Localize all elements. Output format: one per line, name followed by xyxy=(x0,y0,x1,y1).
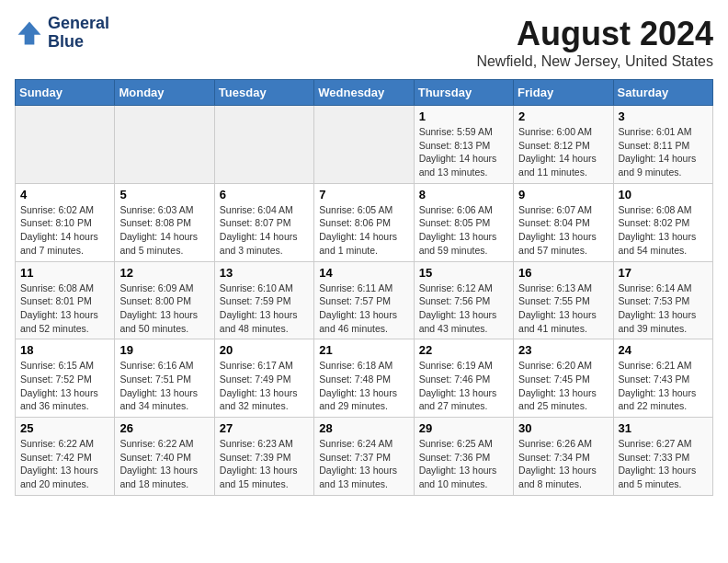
day-info: Sunrise: 6:07 AM Sunset: 8:04 PM Dayligh… xyxy=(518,203,608,258)
calendar-day-header: Thursday xyxy=(414,80,513,106)
day-number: 23 xyxy=(518,343,608,357)
day-number: 22 xyxy=(419,343,508,357)
day-info: Sunrise: 6:08 AM Sunset: 8:01 PM Dayligh… xyxy=(20,282,109,336)
calendar-header-row: SundayMondayTuesdayWednesdayThursdayFrid… xyxy=(16,80,713,106)
day-info: Sunrise: 6:23 AM Sunset: 7:39 PM Dayligh… xyxy=(220,437,309,491)
calendar-day-cell: 6Sunrise: 6:04 AM Sunset: 8:07 PM Daylig… xyxy=(214,183,313,261)
calendar-day-header: Tuesday xyxy=(214,80,313,106)
day-info: Sunrise: 6:11 AM Sunset: 7:57 PM Dayligh… xyxy=(319,282,408,336)
calendar-week-row: 25Sunrise: 6:22 AM Sunset: 7:42 PM Dayli… xyxy=(16,418,713,496)
calendar-day-cell: 18Sunrise: 6:15 AM Sunset: 7:52 PM Dayli… xyxy=(16,339,115,418)
day-number: 13 xyxy=(220,266,309,280)
calendar-week-row: 18Sunrise: 6:15 AM Sunset: 7:52 PM Dayli… xyxy=(16,339,713,418)
day-number: 14 xyxy=(319,266,408,280)
day-info: Sunrise: 6:19 AM Sunset: 7:46 PM Dayligh… xyxy=(419,359,508,413)
calendar-day-cell: 22Sunrise: 6:19 AM Sunset: 7:46 PM Dayli… xyxy=(414,339,513,418)
day-number: 4 xyxy=(20,188,109,201)
calendar-day-cell xyxy=(115,106,214,184)
day-info: Sunrise: 5:59 AM Sunset: 8:13 PM Dayligh… xyxy=(419,125,508,179)
day-info: Sunrise: 6:10 AM Sunset: 7:59 PM Dayligh… xyxy=(220,282,309,336)
day-info: Sunrise: 6:20 AM Sunset: 7:45 PM Dayligh… xyxy=(518,359,608,413)
day-number: 28 xyxy=(319,421,408,435)
calendar-day-cell: 30Sunrise: 6:26 AM Sunset: 7:34 PM Dayli… xyxy=(514,418,613,496)
calendar-day-cell: 31Sunrise: 6:27 AM Sunset: 7:33 PM Dayli… xyxy=(613,418,712,496)
calendar-day-cell: 29Sunrise: 6:25 AM Sunset: 7:36 PM Dayli… xyxy=(414,418,513,496)
day-number: 21 xyxy=(319,343,408,357)
calendar-day-cell: 13Sunrise: 6:10 AM Sunset: 7:59 PM Dayli… xyxy=(214,261,313,339)
calendar-day-header: Saturday xyxy=(613,80,712,106)
calendar-day-header: Sunday xyxy=(16,80,115,106)
day-info: Sunrise: 6:03 AM Sunset: 8:08 PM Dayligh… xyxy=(119,203,209,258)
day-info: Sunrise: 6:09 AM Sunset: 8:00 PM Dayligh… xyxy=(119,282,209,336)
page-title: August 2024 xyxy=(476,15,713,53)
day-number: 15 xyxy=(419,266,508,280)
day-number: 24 xyxy=(619,343,708,357)
day-info: Sunrise: 6:22 AM Sunset: 7:40 PM Dayligh… xyxy=(119,437,209,491)
day-number: 26 xyxy=(119,421,209,435)
day-info: Sunrise: 6:13 AM Sunset: 7:55 PM Dayligh… xyxy=(518,282,608,336)
title-area: August 2024 Newfield, New Jersey, United… xyxy=(476,15,713,70)
calendar-day-cell: 5Sunrise: 6:03 AM Sunset: 8:08 PM Daylig… xyxy=(115,183,214,261)
calendar-day-cell: 16Sunrise: 6:13 AM Sunset: 7:55 PM Dayli… xyxy=(514,261,613,339)
day-info: Sunrise: 6:02 AM Sunset: 8:10 PM Dayligh… xyxy=(20,203,109,258)
calendar-day-cell xyxy=(314,106,414,184)
day-number: 3 xyxy=(619,109,708,123)
calendar-day-cell: 15Sunrise: 6:12 AM Sunset: 7:56 PM Dayli… xyxy=(414,261,513,339)
calendar-day-cell: 10Sunrise: 6:08 AM Sunset: 8:02 PM Dayli… xyxy=(613,183,712,261)
calendar-day-header: Wednesday xyxy=(314,80,414,106)
day-info: Sunrise: 6:18 AM Sunset: 7:48 PM Dayligh… xyxy=(319,359,408,413)
page-subtitle: Newfield, New Jersey, United States xyxy=(476,53,713,70)
calendar-day-cell: 23Sunrise: 6:20 AM Sunset: 7:45 PM Dayli… xyxy=(514,339,613,418)
calendar-week-row: 11Sunrise: 6:08 AM Sunset: 8:01 PM Dayli… xyxy=(16,261,713,339)
day-info: Sunrise: 6:01 AM Sunset: 8:11 PM Dayligh… xyxy=(619,125,708,179)
day-number: 25 xyxy=(20,421,109,435)
calendar-table: SundayMondayTuesdayWednesdayThursdayFrid… xyxy=(15,79,713,496)
day-number: 2 xyxy=(518,109,608,123)
page-header: General Blue August 2024 Newfield, New J… xyxy=(15,15,713,70)
day-number: 18 xyxy=(20,343,109,357)
logo: General Blue xyxy=(15,15,109,52)
day-info: Sunrise: 6:00 AM Sunset: 8:12 PM Dayligh… xyxy=(518,125,608,179)
day-info: Sunrise: 6:05 AM Sunset: 8:06 PM Dayligh… xyxy=(319,203,408,258)
day-number: 10 xyxy=(619,188,708,201)
calendar-day-cell: 19Sunrise: 6:16 AM Sunset: 7:51 PM Dayli… xyxy=(115,339,214,418)
day-number: 6 xyxy=(220,188,309,201)
day-number: 7 xyxy=(319,188,408,201)
calendar-day-cell: 25Sunrise: 6:22 AM Sunset: 7:42 PM Dayli… xyxy=(16,418,115,496)
calendar-day-cell: 4Sunrise: 6:02 AM Sunset: 8:10 PM Daylig… xyxy=(16,183,115,261)
day-info: Sunrise: 6:21 AM Sunset: 7:43 PM Dayligh… xyxy=(619,359,708,413)
svg-marker-0 xyxy=(18,21,41,44)
day-info: Sunrise: 6:27 AM Sunset: 7:33 PM Dayligh… xyxy=(619,437,708,491)
calendar-day-cell: 17Sunrise: 6:14 AM Sunset: 7:53 PM Dayli… xyxy=(613,261,712,339)
day-info: Sunrise: 6:15 AM Sunset: 7:52 PM Dayligh… xyxy=(20,359,109,413)
calendar-day-cell: 28Sunrise: 6:24 AM Sunset: 7:37 PM Dayli… xyxy=(314,418,414,496)
calendar-day-cell: 9Sunrise: 6:07 AM Sunset: 8:04 PM Daylig… xyxy=(514,183,613,261)
day-info: Sunrise: 6:12 AM Sunset: 7:56 PM Dayligh… xyxy=(419,282,508,336)
calendar-body: 1Sunrise: 5:59 AM Sunset: 8:13 PM Daylig… xyxy=(16,106,713,496)
calendar-day-cell: 24Sunrise: 6:21 AM Sunset: 7:43 PM Dayli… xyxy=(613,339,712,418)
day-number: 29 xyxy=(419,421,508,435)
day-info: Sunrise: 6:06 AM Sunset: 8:05 PM Dayligh… xyxy=(419,203,508,258)
day-number: 16 xyxy=(518,266,608,280)
day-number: 9 xyxy=(518,188,608,201)
day-info: Sunrise: 6:16 AM Sunset: 7:51 PM Dayligh… xyxy=(119,359,209,413)
day-number: 11 xyxy=(20,266,109,280)
calendar-day-cell: 12Sunrise: 6:09 AM Sunset: 8:00 PM Dayli… xyxy=(115,261,214,339)
calendar-day-cell xyxy=(16,106,115,184)
calendar-day-cell: 8Sunrise: 6:06 AM Sunset: 8:05 PM Daylig… xyxy=(414,183,513,261)
calendar-day-cell: 3Sunrise: 6:01 AM Sunset: 8:11 PM Daylig… xyxy=(613,106,712,184)
calendar-day-cell: 14Sunrise: 6:11 AM Sunset: 7:57 PM Dayli… xyxy=(314,261,414,339)
day-number: 30 xyxy=(518,421,608,435)
day-number: 17 xyxy=(619,266,708,280)
day-info: Sunrise: 6:14 AM Sunset: 7:53 PM Dayligh… xyxy=(619,282,708,336)
day-number: 31 xyxy=(619,421,708,435)
day-number: 19 xyxy=(119,343,209,357)
calendar-day-cell: 7Sunrise: 6:05 AM Sunset: 8:06 PM Daylig… xyxy=(314,183,414,261)
calendar-day-cell: 1Sunrise: 5:59 AM Sunset: 8:13 PM Daylig… xyxy=(414,106,513,184)
calendar-day-cell: 20Sunrise: 6:17 AM Sunset: 7:49 PM Dayli… xyxy=(214,339,313,418)
calendar-day-header: Friday xyxy=(514,80,613,106)
day-number: 12 xyxy=(119,266,209,280)
day-info: Sunrise: 6:04 AM Sunset: 8:07 PM Dayligh… xyxy=(220,203,309,258)
day-info: Sunrise: 6:08 AM Sunset: 8:02 PM Dayligh… xyxy=(619,203,708,258)
day-number: 8 xyxy=(419,188,508,201)
